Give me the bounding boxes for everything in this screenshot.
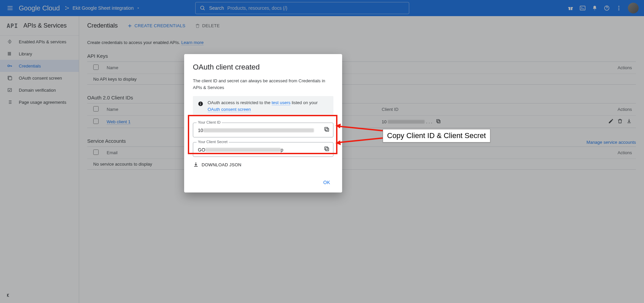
copy-client-secret-icon[interactable] bbox=[324, 146, 330, 153]
download-icon bbox=[193, 162, 199, 168]
client-secret-value: GOp bbox=[198, 147, 318, 153]
svg-rect-24 bbox=[326, 128, 329, 131]
dialog-body: The client ID and secret can always be a… bbox=[193, 78, 333, 91]
client-id-field: Your Client ID 10 bbox=[193, 123, 333, 137]
dialog-notice: OAuth access is restricted to the test u… bbox=[193, 96, 333, 116]
svg-rect-23 bbox=[200, 102, 201, 103]
info-icon bbox=[198, 101, 204, 109]
oauth-consent-link[interactable]: OAuth consent screen bbox=[208, 107, 251, 112]
client-id-value: 10 bbox=[198, 128, 318, 133]
dialog-actions: OK bbox=[193, 177, 333, 188]
oauth-created-dialog: OAuth client created The client ID and s… bbox=[184, 54, 342, 192]
client-id-label: Your Client ID bbox=[197, 120, 222, 124]
svg-rect-22 bbox=[200, 103, 201, 105]
client-secret-field: Your Client Secret GOp bbox=[193, 142, 333, 157]
ok-button[interactable]: OK bbox=[320, 177, 333, 188]
svg-rect-27 bbox=[325, 147, 328, 150]
annotation-label: Copy Client ID & Client Secret bbox=[383, 129, 490, 142]
copy-client-id-icon[interactable] bbox=[324, 126, 330, 134]
download-json-button[interactable]: DOWNLOAD JSON bbox=[193, 162, 333, 168]
svg-rect-26 bbox=[326, 148, 329, 151]
test-users-link[interactable]: test users bbox=[272, 100, 290, 105]
client-secret-label: Your Client Secret bbox=[197, 140, 229, 144]
svg-rect-25 bbox=[325, 127, 328, 130]
dialog-title: OAuth client created bbox=[193, 63, 333, 72]
